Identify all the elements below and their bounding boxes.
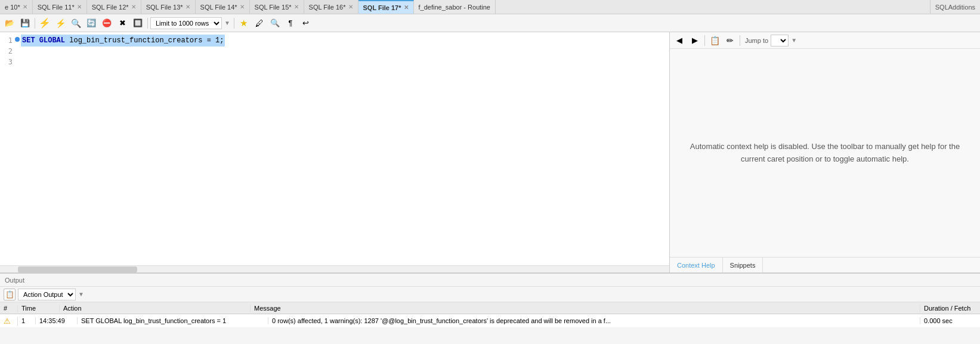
line-number-2: 2 (0, 46, 17, 57)
col-header-hash: # (0, 305, 18, 312)
limit-rows-select[interactable]: Limit to 1000 rows Limit to 200 rows Don… (150, 17, 222, 29)
line-number-1: 1 (0, 35, 17, 46)
jump-to-label: Jump to (745, 37, 768, 44)
find-button[interactable]: 🔍 (268, 17, 282, 30)
editor-lines: 1 2 3 SET GLOBAL log_bin_trust_function_… (0, 32, 669, 265)
selected-code: SET GLOBAL log_bin_trust_function_creato… (21, 35, 225, 47)
line-number-3: 3 (0, 57, 17, 67)
right-panel-tabs: Context Help Snippets (670, 257, 980, 272)
col-header-message: Message (251, 305, 920, 312)
tab-bar: e 10* ✕ SQL File 11* ✕ SQL File 12* ✕ SQ… (0, 0, 980, 14)
output-toolbar: 📋 Action Output ▼ (0, 287, 980, 302)
row-hash: 1 (18, 317, 36, 324)
output-table-header: # Time Action Message Duration / Fetch (0, 302, 980, 314)
editor-toolbar: 📂 💾 ⚡ ⚡ 🔍 🔄 ⛔ ✖ 🔲 Limit to 1000 rows Lim… (0, 14, 980, 32)
context-help-icon-2[interactable]: ✏ (723, 34, 737, 47)
open-file-button[interactable]: 📂 (2, 17, 17, 30)
stop-button[interactable]: ⛔ (100, 17, 114, 30)
beautify-button[interactable]: 🖊 (252, 17, 267, 30)
explain-button[interactable]: 🔍 (69, 17, 83, 30)
col-header-duration: Duration / Fetch (920, 305, 980, 312)
tab-routine[interactable]: f_define_sabor - Routine (414, 0, 496, 14)
context-help-icon-1[interactable]: 📋 (707, 34, 722, 47)
tab-close-icon[interactable]: ✕ (77, 4, 82, 10)
tab-17[interactable]: SQL File 17* ✕ (358, 0, 414, 14)
tab-12[interactable]: SQL File 12* ✕ (87, 0, 141, 14)
tab-close-icon[interactable]: ✕ (23, 4, 27, 10)
cancel-button[interactable]: ✖ (115, 17, 129, 30)
toggle-button[interactable]: 🔲 (131, 17, 145, 30)
execute-button[interactable]: ⚡ (38, 17, 52, 30)
separator (35, 18, 35, 29)
code-line-2 (21, 46, 669, 57)
tab-close-icon[interactable]: ✕ (294, 4, 299, 10)
right-panel-toolbar: ◀ ▶ 📋 ✏ Jump to ▼ (670, 32, 980, 49)
scrollbar-thumb[interactable] (18, 266, 137, 272)
right-panel: ◀ ▶ 📋 ✏ Jump to ▼ Automatic context help… (670, 32, 980, 272)
prev-button[interactable]: ◀ (672, 34, 687, 47)
warning-icon: ⚠ (4, 317, 11, 326)
separator3 (234, 18, 234, 29)
col-header-action: Action (60, 305, 251, 312)
tab-context-help[interactable]: Context Help (670, 258, 723, 272)
copy-output-button[interactable]: 📋 (4, 289, 16, 300)
execute-selected-button[interactable]: ⚡ (53, 17, 67, 30)
wrap-button[interactable]: ↩ (299, 17, 313, 30)
row-action: SET GLOBAL log_bin_trust_function_creato… (78, 317, 268, 324)
rp-separator (704, 35, 705, 46)
editor-area[interactable]: 1 2 3 SET GLOBAL log_bin_trust_function_… (0, 32, 670, 272)
horizontal-scrollbar[interactable] (0, 265, 669, 272)
tab-snippets[interactable]: Snippets (723, 258, 763, 272)
sql-additions-panel: SQLAdditions (930, 0, 980, 14)
row-warning-icon: ⚠ (0, 317, 18, 326)
separator2 (147, 18, 148, 29)
context-help-content: Automatic context help is disabled. Use … (670, 49, 980, 257)
invisible-chars-button[interactable]: ¶ (283, 17, 298, 30)
tab-10[interactable]: e 10* ✕ (0, 0, 33, 14)
line-numbers: 1 2 3 (0, 35, 21, 265)
main-content: 1 2 3 SET GLOBAL log_bin_trust_function_… (0, 32, 980, 272)
row-duration: 0.000 sec (920, 317, 980, 324)
action-output-select[interactable]: Action Output (18, 289, 76, 300)
output-area: Output 📋 Action Output ▼ # Time Action M… (0, 272, 980, 344)
table-row: ⚠ 1 14:35:49 SET GLOBAL log_bin_trust_fu… (0, 314, 980, 327)
editor-content[interactable]: SET GLOBAL log_bin_trust_function_creato… (21, 35, 669, 265)
col-header-time: Time (18, 305, 60, 312)
code-line-1: SET GLOBAL log_bin_trust_function_creato… (21, 35, 669, 46)
output-header: Output (0, 274, 980, 287)
tab-15[interactable]: SQL File 15* ✕ (250, 0, 304, 14)
tab-close-icon[interactable]: ✕ (186, 4, 190, 10)
tab-11[interactable]: SQL File 11* ✕ (33, 0, 87, 14)
tab-13[interactable]: SQL File 13* ✕ (141, 0, 196, 14)
row-message: 0 row(s) affected, 1 warning(s): 1287 '@… (268, 317, 920, 324)
refresh-button[interactable]: 🔄 (84, 17, 98, 30)
tab-16[interactable]: SQL File 16* ✕ (304, 0, 358, 14)
jump-to-select[interactable] (771, 35, 789, 47)
rp-separator2 (740, 35, 740, 46)
tab-close-icon[interactable]: ✕ (348, 4, 353, 10)
tab-close-icon[interactable]: ✕ (131, 4, 136, 10)
code-line-3 (21, 57, 669, 67)
breakpoint-dot (15, 37, 20, 42)
tab-close-icon[interactable]: ✕ (404, 4, 409, 11)
tab-close-icon[interactable]: ✕ (240, 4, 245, 10)
output-table: # Time Action Message Duration / Fetch ⚠… (0, 302, 980, 327)
save-file-button[interactable]: 💾 (18, 17, 32, 30)
next-button[interactable]: ▶ (688, 34, 702, 47)
row-time: 14:35:49 (36, 317, 78, 324)
tab-14[interactable]: SQL File 14* ✕ (196, 0, 250, 14)
bookmark-button[interactable]: ★ (237, 17, 251, 30)
